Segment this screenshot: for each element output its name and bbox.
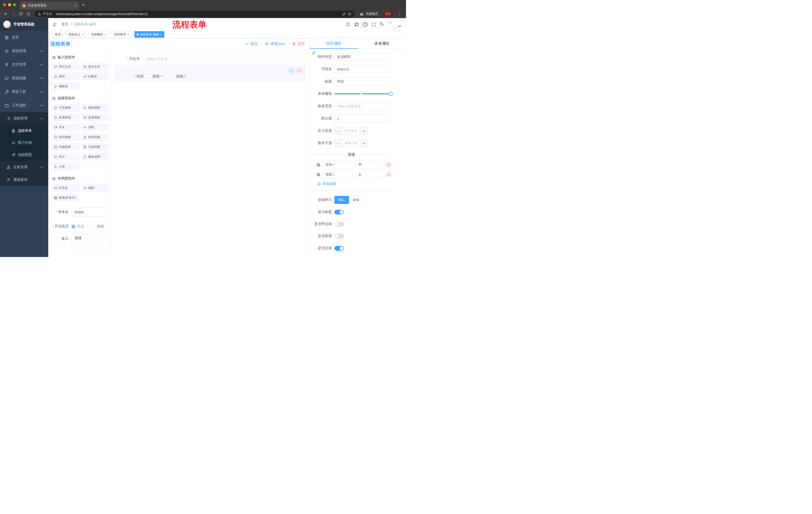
breadcrumb-home[interactable]: 首页 [61,22,68,27]
new-tab-button[interactable]: + [82,2,85,7]
browser-menu-button[interactable]: ⋮ [396,11,404,16]
palette-item-rate[interactable]: 评分 [52,153,79,160]
form-name-input[interactable] [71,208,109,217]
sidebar-item-task-management[interactable]: 任务管理 [0,161,48,173]
tab-form-props[interactable]: 表单属性 [358,38,406,49]
password-key-icon[interactable] [342,12,346,16]
palette-item-radio-group[interactable]: 单选框组 [52,114,79,121]
canvas-field-phone[interactable]: *手机号 [115,54,306,64]
option-label-input[interactable] [323,161,353,168]
default-value-input[interactable] [335,114,391,123]
forward-button[interactable] [10,10,17,17]
stepper-minus-button[interactable]: − [335,139,342,147]
save-button[interactable]: 保存 [245,42,258,46]
sidebar-item-home[interactable]: 首页 [0,31,48,44]
add-option-button[interactable]: 添加选项 [312,182,391,186]
tag-process-definition[interactable]: 流程定义 × [66,31,86,38]
stepper-plus-button[interactable]: + [360,127,367,135]
checkbox-icon[interactable] [147,75,150,78]
status-radio-on[interactable]: 开启 [71,224,84,229]
style-button-button[interactable]: 按钮 [349,196,363,204]
stepper-plus-button[interactable]: + [360,139,367,147]
palette-item-date-range[interactable]: 日期范围 [81,143,109,151]
gender-option-2[interactable]: 选项二 [170,74,186,79]
title-input[interactable] [335,77,391,85]
browser-tab[interactable]: 芋道管理系统 × [20,1,79,9]
tag-process-model[interactable]: 流程模型 × [89,31,109,38]
home-button[interactable] [25,10,32,17]
palette-item-select[interactable]: 下拉选择 [52,104,79,111]
style-default-button[interactable]: 默认 [335,196,349,204]
update-button[interactable]: 更新 [381,10,395,17]
palette-item-multi-line-text[interactable]: 多行文本 [81,63,109,71]
max-stepper-input[interactable] [342,139,360,147]
sidebar-item-process-model[interactable]: 流程模型 [0,149,48,161]
bookmark-star-icon[interactable] [348,12,351,16]
palette-item-date-picker[interactable]: 日期选择 [52,143,79,151]
palette-item-switch[interactable]: 开关 [52,124,79,131]
widget-delete-button[interactable] [296,68,302,74]
palette-item-table[interactable]: 表格[开发中] [52,194,79,201]
component-type-select[interactable]: 多选框组 [335,53,391,61]
required-toggle[interactable] [335,246,344,251]
hamburger-icon[interactable] [52,22,57,27]
sidebar-item-process-management[interactable]: 流程管理 [0,112,48,125]
sidebar-item-payment-management[interactable]: ¥ 支付管理 [0,58,48,72]
github-icon[interactable] [354,22,359,27]
help-icon[interactable]: ? [363,22,368,27]
gender-option-1[interactable]: 选项一 [147,74,163,79]
tag-process-form-edit[interactable]: 流程表单-编辑 × [135,31,165,38]
palette-item-row-container[interactable]: 行容器 [52,184,79,192]
palette-item-upload[interactable]: 上传 [52,163,79,170]
disabled-toggle[interactable] [335,234,344,239]
canvas-field-gender-selected[interactable]: *性别 选项一 选项二 [115,65,306,82]
sidebar-item-infrastructure[interactable]: 基础设施 [0,72,48,85]
back-button[interactable] [2,10,9,17]
palette-item-time-range[interactable]: 时间范围 [81,133,109,141]
tab-close-icon[interactable]: × [75,4,76,7]
drag-handle-icon[interactable] [316,172,321,177]
stepper-minus-button[interactable]: − [335,127,342,135]
slider-handle[interactable] [389,92,393,96]
search-icon[interactable] [346,22,350,27]
address-bar[interactable]: 不安全 dashboard.yudao.iocoder.cn/bpm/manag… [35,10,354,17]
reload-button[interactable] [18,10,24,17]
show-label-toggle[interactable] [335,210,344,215]
tab-component-props[interactable]: 组件属性 [310,38,358,49]
remove-option-icon[interactable] [386,172,391,177]
sidebar-item-dev-tools[interactable]: 研发工具 [0,85,48,99]
tag-close-icon[interactable]: × [160,33,162,36]
tag-home[interactable]: 首页 [53,31,63,38]
checkbox-icon[interactable] [170,75,174,78]
status-radio-off[interactable]: 关闭 [91,224,104,229]
tag-close-icon[interactable]: × [105,33,107,36]
option-value-input[interactable] [356,171,384,178]
palette-item-slider[interactable]: 滑块 [81,124,109,131]
border-toggle[interactable] [335,222,344,226]
palette-item-checkbox-group[interactable]: 多选框组 [81,114,109,121]
sidebar-logo[interactable]: 芋道管理系统 [0,18,48,31]
palette-item-button[interactable]: 按钮 [81,184,109,192]
sidebar-item-process-form[interactable]: 流程表单 [0,125,48,137]
option-label-input[interactable] [323,171,353,178]
widget-copy-button[interactable] [289,68,294,74]
tag-close-icon[interactable]: × [127,33,129,36]
sidebar-item-workflow[interactable]: 工作流程 [0,99,48,112]
grid-slider[interactable] [335,90,391,98]
sidebar-item-system-management[interactable]: 系统管理 [0,44,48,58]
palette-item-color-picker[interactable]: 颜色选择 [81,153,109,160]
font-size-icon[interactable]: TT [380,22,384,26]
drag-handle-icon[interactable] [316,163,321,167]
tag-close-icon[interactable]: × [82,33,84,36]
label-width-input[interactable] [335,102,391,110]
min-stepper-input[interactable] [342,127,360,135]
palette-item-cascader[interactable]: 级联选择 [81,104,109,111]
view-json-button[interactable]: 查看json [265,42,285,46]
palette-item-password[interactable]: 密码 [52,73,79,80]
fullscreen-icon[interactable] [371,22,376,27]
palette-item-single-line-text[interactable]: 单行文本 [52,63,79,71]
remove-option-icon[interactable] [386,162,391,167]
palette-item-counter[interactable]: 123计数器 [81,73,109,80]
window-minimize-button[interactable] [8,3,11,6]
window-close-button[interactable] [3,3,6,6]
